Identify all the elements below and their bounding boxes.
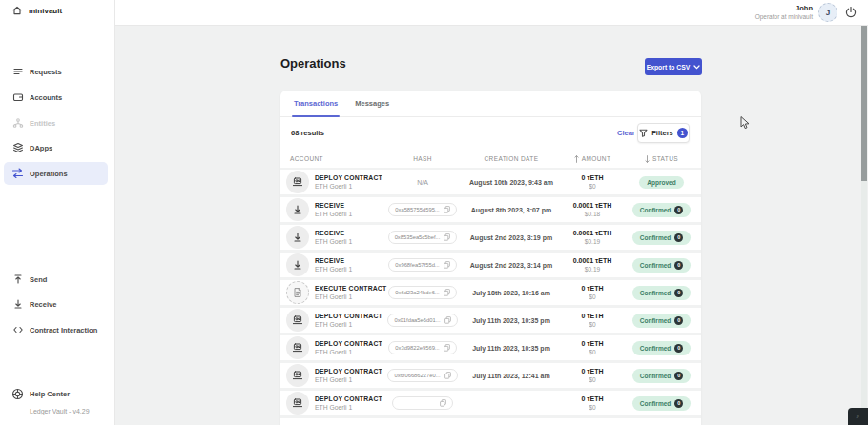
status-cell: Approved: [622, 176, 701, 189]
amount-cell: 0 τETH $0: [563, 174, 622, 190]
table-row[interactable]: RECEIVE ETH Goerli 1 0x968fea57f55d... 0…: [280, 253, 701, 280]
amount-fiat: $0: [563, 293, 622, 300]
account-text: DEPLOY CONTRACT ETH Goerli 1: [315, 395, 382, 411]
hash-pill[interactable]: [392, 396, 453, 410]
hash-pill[interactable]: 0x8535ea5c5bef...: [388, 231, 458, 244]
operation-type: DEPLOY CONTRACT: [315, 395, 382, 402]
sidebar-item-operations[interactable]: Operations: [0, 162, 115, 185]
status-cell: Confirmed 0: [622, 369, 701, 383]
copy-icon[interactable]: [440, 399, 446, 407]
copy-icon[interactable]: [444, 289, 450, 296]
logout-power-icon[interactable]: [844, 6, 858, 19]
table-row[interactable]: RECEIVE ETH Goerli 1 0x8535ea5c5bef... 0…: [280, 225, 701, 253]
account-cell: DEPLOY CONTRACT ETH Goerli 1: [280, 336, 385, 359]
table-row[interactable]: DEPLOY CONTRACT ETH Goerli 1 N/A N/A Aug…: [280, 170, 701, 197]
export-to-csv-button[interactable]: Export to CSV: [645, 58, 702, 75]
sidebar-item-help-center[interactable]: Help Center: [0, 382, 115, 405]
table-row[interactable]: EXECUTE CONTRACT ETH Goerli 1 0x6d23a24b…: [280, 280, 701, 308]
sidebar-item-requests[interactable]: Requests: [0, 60, 115, 83]
confirmation-count-badge: 0: [674, 206, 683, 214]
hash-pill[interactable]: 0x6d23a24bde6...: [388, 286, 456, 299]
amount-cell: 0 τETH $0: [563, 368, 622, 383]
table-row[interactable]: DEPLOY CONTRACT ETH Goerli 1 0x6f0668622…: [280, 363, 701, 391]
brand[interactable]: minivault: [11, 5, 62, 16]
results-toolbar: 68 results Clear Filters 1: [280, 117, 701, 150]
operation-type-icon: [286, 336, 309, 359]
table-row[interactable]: DEPLOY CONTRACT ETH Goerli 1 0x01fdaa5e6…: [280, 308, 701, 335]
hash-cell: 0x968fea57f55d... 0x968fea57f55d...: [385, 258, 460, 272]
confirmation-count-badge: 0: [674, 233, 683, 242]
status-label: Approved: [647, 179, 675, 186]
operation-type: RECEIVE: [315, 257, 352, 264]
column-header-status[interactable]: STATUS: [622, 155, 701, 163]
status-label: Confirmed: [640, 373, 672, 379]
status-label: Confirmed: [640, 400, 672, 407]
account-text: DEPLOY CONTRACT ETH Goerli 1: [315, 340, 382, 355]
confirmation-count-badge: 0: [674, 344, 683, 353]
operation-type: RECEIVE: [315, 202, 352, 209]
copy-icon[interactable]: [444, 372, 451, 379]
amount-fiat: $0.18: [563, 211, 622, 217]
sidebar-item-send[interactable]: Send: [0, 268, 115, 291]
requests-icon: [11, 66, 24, 78]
account-cell: DEPLOY CONTRACT ETH Goerli 1: [280, 364, 385, 387]
hash-pill[interactable]: 0x6f06686227e0...: [387, 369, 457, 382]
column-header-account: ACCOUNT: [280, 155, 385, 162]
account-cell: DEPLOY CONTRACT ETH Goerli 1: [280, 392, 385, 415]
sidebar: minivault Requests Accounts Entities DAp…: [0, 0, 115, 425]
status-cell: Confirmed 0: [622, 231, 701, 245]
account-name: ETH Goerli 1: [315, 349, 382, 355]
receive-arrow-icon: [292, 259, 303, 271]
copy-icon[interactable]: [444, 261, 450, 269]
account-name: ETH Goerli 1: [315, 376, 382, 383]
receive-arrow-icon: [292, 204, 303, 215]
confirmation-count-badge: 0: [674, 399, 683, 408]
amount-crypto: 0.0001 τETH: [563, 202, 622, 209]
filters-button[interactable]: Filters 1: [637, 123, 690, 143]
account-name: ETH Goerli 1: [315, 183, 382, 190]
column-header-amount[interactable]: AMOUNT: [563, 155, 622, 163]
table-row[interactable]: DEPLOY CONTRACT ETH Goerli 1 0x3d9822e95…: [280, 335, 701, 363]
copy-icon[interactable]: [444, 344, 450, 352]
amount-crypto: 0 τETH: [563, 174, 622, 181]
tab-label: Messages: [355, 99, 389, 108]
app-version: Ledger Vault - v4.29: [30, 408, 90, 415]
tab-transactions[interactable]: Transactions: [292, 91, 340, 116]
hash-pill[interactable]: 0x968fea57f55d...: [388, 258, 456, 272]
clear-filters-link[interactable]: Clear: [617, 129, 635, 137]
help-center-icon: [11, 388, 24, 400]
operation-type: DEPLOY CONTRACT: [315, 174, 382, 181]
copy-icon[interactable]: [444, 206, 450, 213]
status-badge: Confirmed 0: [632, 203, 692, 217]
tab-messages[interactable]: Messages: [353, 91, 391, 116]
creation-date: August 8th 2023, 3:07 pm: [460, 207, 563, 213]
hash-cell: [385, 396, 460, 410]
chat-widget-button[interactable]: ⌕: [848, 408, 868, 425]
sidebar-item-receive[interactable]: Receive: [0, 293, 115, 315]
sidebar-item-accounts[interactable]: Accounts: [0, 86, 115, 109]
amount-fiat: $0.19: [563, 266, 622, 273]
avatar[interactable]: J: [818, 3, 837, 22]
table-row[interactable]: RECEIVE ETH Goerli 1 0xa585755d595... 0x…: [280, 197, 701, 225]
filters-label: Filters: [651, 129, 673, 137]
copy-icon[interactable]: [444, 233, 450, 241]
hash-pill[interactable]: 0xa585755d595...: [388, 203, 456, 216]
copy-icon[interactable]: [444, 316, 451, 324]
sidebar-item-label: Entities: [30, 119, 55, 128]
account-cell: DEPLOY CONTRACT ETH Goerli 1: [280, 309, 385, 332]
hash-pill[interactable]: 0x3d9822e9569...: [388, 341, 456, 354]
scrollbar-thumb[interactable]: [861, 26, 867, 181]
table-row[interactable]: DEPLOY CONTRACT ETH Goerli 1 0 τETH $0 C…: [280, 391, 701, 418]
table-header: ACCOUNT HASH CREATION DATE AMOUNT STATUS: [280, 150, 701, 170]
receive-icon: [11, 298, 24, 311]
sidebar-item-dapps[interactable]: DApps: [0, 136, 115, 159]
status-badge: Confirmed 0: [632, 286, 692, 300]
amount-fiat: $0.19: [563, 238, 622, 245]
status-label: Confirmed: [640, 207, 672, 213]
sidebar-item-contract-interaction[interactable]: Contract Interaction: [0, 318, 115, 341]
hash-pill[interactable]: 0x01fdaa5e6d01...: [387, 314, 457, 327]
amount-cell: 0 τETH $0: [563, 395, 622, 411]
status-label: Confirmed: [640, 262, 672, 269]
account-cell: RECEIVE ETH Goerli 1: [280, 253, 385, 276]
account-cell: EXECUTE CONTRACT ETH Goerli 1: [280, 281, 385, 304]
